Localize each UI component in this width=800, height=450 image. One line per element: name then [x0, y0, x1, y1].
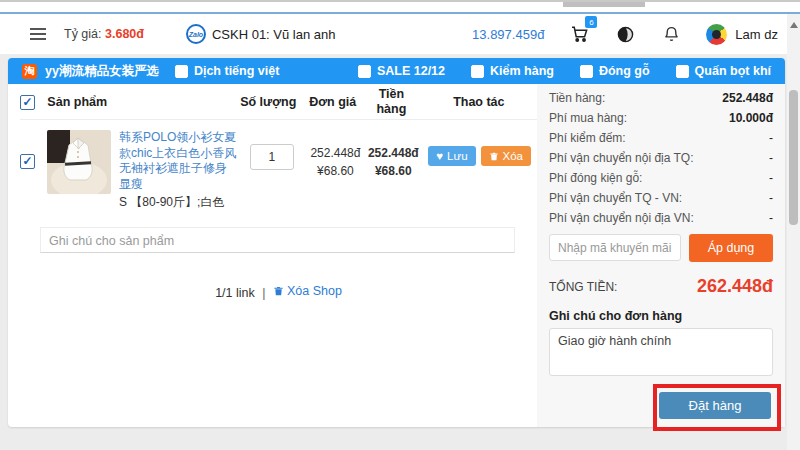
product-info: 韩系POLO领小衫女夏款chic上衣白色小香风无袖衬衫遮肚子修身显瘦 S 【80… — [119, 130, 237, 211]
option-wood-crate: Đóng gỗ — [580, 64, 650, 78]
summary-row: Phí vận chuyển nội địa TQ:- — [549, 148, 773, 168]
pagination-text: 1/1 link — [215, 286, 255, 300]
header-actions: Thao tác — [421, 95, 537, 109]
heart-icon: ♥ — [436, 150, 443, 162]
header-unit-price: Đơn giá — [303, 95, 362, 109]
summary-row: Phí đóng kiện gỗ:- — [549, 168, 773, 188]
line-total-vnd: 252.448đ — [364, 144, 422, 162]
summary-row: Phí vận chuyển TQ - VN:- — [549, 188, 773, 208]
order-note-label: Ghi chú cho đơn hàng — [549, 309, 773, 323]
select-all-checkbox[interactable]: ✓ — [20, 95, 35, 110]
header-quantity: Số lượng — [233, 95, 303, 109]
shop-bar: 淘 yy潮流精品女装严选 Dịch tiếng việt SALE 12/12 … — [8, 58, 785, 84]
quantity-input[interactable] — [250, 144, 294, 170]
product-table: ✓ Sản phẩm Số lượng Đơn giá Tiền hàng Th… — [8, 84, 537, 427]
summary-value: - — [769, 171, 773, 185]
summary-label: Phí vận chuyển nội địa VN: — [549, 211, 694, 225]
total-label: TỔNG TIỀN: — [549, 280, 617, 294]
delete-shop-link[interactable]: Xóa Shop — [273, 284, 342, 298]
apply-coupon-button[interactable]: Áp dụng — [689, 234, 773, 262]
browser-top-strip — [0, 0, 800, 14]
save-label: Lưu — [447, 150, 468, 162]
unit-price-cny: ¥68.60 — [306, 162, 364, 180]
order-summary-panel: Tiền hàng:252.448đ Phí mua hàng:10.000đ … — [537, 84, 785, 427]
option-sale: SALE 12/12 — [358, 64, 445, 78]
scrollbar-thumb[interactable] — [789, 90, 798, 225]
summary-value: - — [769, 191, 773, 205]
summary-label: Tiền hàng: — [549, 91, 605, 105]
wood-crate-checkbox[interactable] — [580, 65, 593, 78]
summary-row: Phí vận chuyển nội địa VN:- — [549, 208, 773, 228]
row-checkbox[interactable]: ✓ — [20, 154, 35, 169]
cskh-label: CSKH 01: Vũ lan anh — [212, 27, 336, 42]
product-note-input[interactable] — [40, 227, 515, 253]
option-check-goods: Kiểm hàng — [471, 64, 554, 78]
summary-value: - — [769, 151, 773, 165]
product-image[interactable] — [47, 130, 111, 194]
summary-row: Phí kiểm đếm:- — [549, 128, 773, 148]
summary-row: Phí mua hàng:10.000đ — [549, 108, 773, 128]
trash-icon — [489, 151, 499, 162]
delete-label: Xóa — [503, 150, 523, 162]
option-bubble-wrap: Quấn bọt khí — [676, 64, 771, 78]
bubble-wrap-label: Quấn bọt khí — [695, 64, 771, 78]
separator: | — [262, 286, 265, 300]
user-name: Lam dz — [735, 27, 778, 42]
pagination: 1/1 link | Xóa Shop — [20, 284, 537, 300]
product-variant: S 【80-90斤】;白色 — [119, 194, 237, 211]
product-title-link[interactable]: 韩系POLO领小衫女夏款chic上衣白色小香风无袖衬衫遮肚子修身显瘦 — [119, 130, 237, 192]
zalo-icon: Zalo — [186, 24, 206, 44]
cart-badge: 6 — [585, 16, 597, 28]
translate-checkbox[interactable] — [175, 65, 188, 78]
check-goods-checkbox[interactable] — [471, 65, 484, 78]
summary-label: Phí mua hàng: — [549, 111, 627, 125]
trash-icon — [273, 285, 284, 297]
table-row: ✓ — [20, 120, 537, 211]
delete-button[interactable]: Xóa — [481, 146, 531, 166]
wallet-balance[interactable]: 13.897.459đ — [472, 27, 544, 42]
shop-name[interactable]: yy潮流精品女装严选 — [45, 63, 159, 80]
exchange-rate-value: 3.680đ — [105, 27, 144, 41]
sale-checkbox[interactable] — [358, 65, 371, 78]
line-total-cell: 252.448đ ¥68.60 — [364, 144, 422, 180]
check-goods-label: Kiểm hàng — [490, 64, 554, 78]
taobao-icon: 淘 — [22, 64, 37, 79]
bell-icon — [663, 25, 680, 43]
place-order-button[interactable]: Đặt hàng — [659, 392, 771, 419]
bubble-wrap-checkbox[interactable] — [676, 65, 689, 78]
translate-option: Dịch tiếng việt — [175, 64, 279, 78]
summary-label: Phí vận chuyển nội địa TQ: — [549, 151, 694, 165]
order-button-row: Đặt hàng — [549, 387, 773, 429]
sale-label: SALE 12/12 — [377, 64, 445, 78]
unit-price-vnd: 252.448đ — [306, 144, 364, 162]
tab-shadow — [563, 2, 645, 7]
shop-options: SALE 12/12 Kiểm hàng Đóng gỗ Quấn bọt kh… — [358, 64, 771, 78]
total-value: 262.448đ — [697, 276, 773, 297]
order-note-input[interactable]: Giao giờ hành chính — [549, 328, 773, 376]
cart-button[interactable]: 6 — [568, 23, 590, 45]
menu-icon[interactable] — [30, 28, 46, 40]
globe-icon — [617, 26, 634, 43]
summary-value: 252.448đ — [722, 91, 773, 105]
scrollbar[interactable] — [787, 14, 800, 450]
zalo-support[interactable]: Zalo CSKH 01: Vũ lan anh — [186, 24, 336, 44]
header-product: Sản phẩm — [47, 95, 233, 109]
coupon-input[interactable] — [549, 234, 681, 261]
save-button[interactable]: ♥Lưu — [428, 146, 475, 166]
topbar: Tỷ giá: 3.680đ Zalo CSKH 01: Vũ lan anh … — [0, 14, 792, 54]
language-button[interactable] — [614, 23, 636, 45]
coupon-row: Áp dụng — [549, 234, 773, 262]
summary-value: - — [769, 211, 773, 225]
summary-row: Tiền hàng:252.448đ — [549, 88, 773, 108]
summary-label: Phí vận chuyển TQ - VN: — [549, 191, 682, 205]
scrollbar-up-arrow[interactable] — [790, 22, 798, 28]
product-cell: 韩系POLO领小衫女夏款chic上衣白色小香风无袖衬衫遮肚子修身显瘦 S 【80… — [47, 130, 237, 211]
content: ✓ Sản phẩm Số lượng Đơn giá Tiền hàng Th… — [8, 84, 785, 427]
order-card: 淘 yy潮流精品女装严选 Dịch tiếng việt SALE 12/12 … — [8, 58, 785, 427]
exchange-rate: Tỷ giá: 3.680đ — [64, 27, 144, 41]
notifications-button[interactable] — [660, 23, 682, 45]
user-menu[interactable]: Lam dz — [706, 24, 778, 45]
summary-label: Phí đóng kiện gỗ: — [549, 171, 642, 185]
wood-crate-label: Đóng gỗ — [599, 64, 650, 78]
unit-price-cell: 252.448đ ¥68.60 — [306, 144, 364, 180]
